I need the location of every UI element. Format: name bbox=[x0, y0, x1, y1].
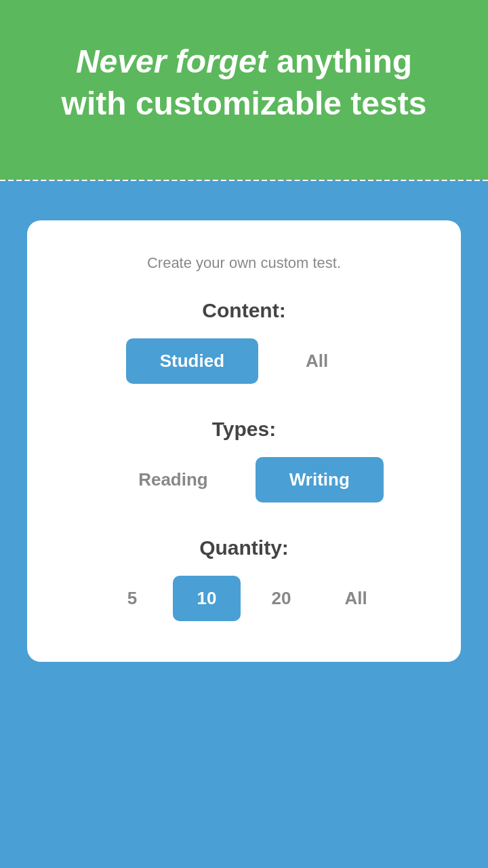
content-label: Content: bbox=[202, 299, 285, 322]
content-button-group: Studied All bbox=[126, 338, 363, 384]
content-studied-button[interactable]: Studied bbox=[126, 338, 258, 384]
header-title-italic: Never forget bbox=[76, 43, 268, 79]
header-section: Never forget anything with customizable … bbox=[0, 0, 488, 180]
types-label: Types: bbox=[212, 418, 276, 441]
quantity-all-button[interactable]: All bbox=[322, 576, 390, 621]
types-button-group: Reading Writing bbox=[104, 457, 384, 502]
quantity-button-group: 5 10 20 All bbox=[98, 576, 390, 621]
types-writing-button[interactable]: Writing bbox=[256, 457, 384, 502]
quantity-10-button[interactable]: 10 bbox=[173, 576, 241, 621]
dashed-divider bbox=[0, 178, 488, 195]
types-reading-button[interactable]: Reading bbox=[104, 457, 242, 502]
header-title: Never forget anything with customizable … bbox=[41, 41, 447, 125]
content-all-button[interactable]: All bbox=[272, 338, 362, 384]
quantity-20-button[interactable]: 20 bbox=[247, 576, 315, 621]
quantity-5-button[interactable]: 5 bbox=[98, 576, 166, 621]
blue-body: Create your own custom test. Content: St… bbox=[0, 180, 488, 868]
card-subtitle: Create your own custom test. bbox=[147, 254, 341, 272]
quantity-label: Quantity: bbox=[199, 536, 289, 559]
main-card: Create your own custom test. Content: St… bbox=[27, 220, 461, 662]
